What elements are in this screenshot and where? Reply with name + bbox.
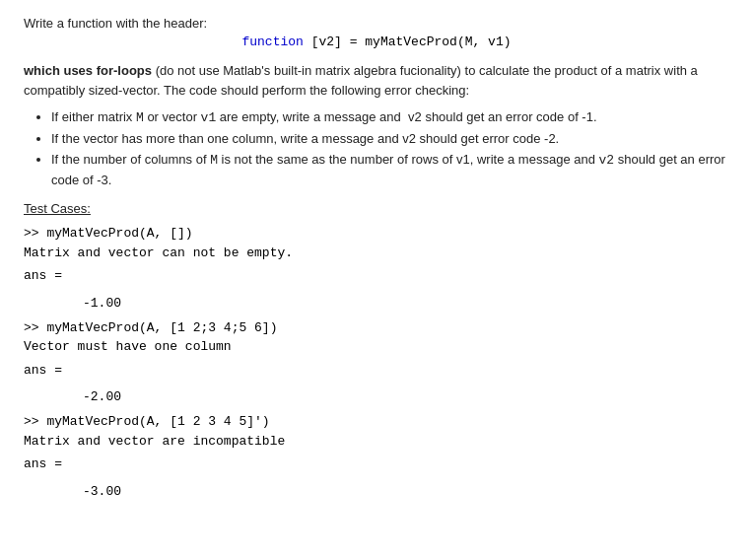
tc1-ans-value: -1.00: [24, 296, 729, 311]
page-container: Write a function with the header: functi…: [0, 0, 753, 560]
test-case-3: >> myMatVecProd(A, [1 2 3 4 5]') Matrix …: [24, 412, 729, 451]
bold-phrase: which uses for-loops: [24, 63, 152, 78]
tc3-ans-label: ans =: [24, 455, 729, 474]
tc3-ans-value: -3.00: [24, 484, 729, 499]
bullet-list: If either matrix M or vector v1 are empt…: [51, 107, 729, 191]
tc1-command: >> myMatVecProd(A, []): [24, 224, 729, 244]
tc3-output: Matrix and vector are incompatible: [24, 432, 729, 452]
tc3-command: >> myMatVecProd(A, [1 2 3 4 5]'): [24, 412, 729, 432]
tc2-ans-value: -2.00: [24, 389, 729, 404]
tc1-ans-label: ans =: [24, 266, 729, 286]
tc2-ans-label: ans =: [24, 361, 729, 381]
tc2-output: Vector must have one column: [24, 337, 729, 357]
tc2-command: >> myMatVecProd(A, [1 2;3 4;5 6]): [24, 318, 729, 338]
test-case-1: >> myMatVecProd(A, []) Matrix and vector…: [24, 224, 729, 262]
test-case-2: >> myMatVecProd(A, [1 2;3 4;5 6]) Vector…: [24, 318, 729, 357]
function-keyword: function: [241, 35, 303, 49]
tc1-output: Matrix and vector can not be empty.: [24, 244, 729, 263]
bullet-2: If the vector has more than one column, …: [51, 129, 729, 150]
description-text: which uses for-loops (do not use Matlab'…: [24, 61, 729, 100]
bullet-3: If the number of columns of M is not the…: [51, 150, 729, 192]
function-rest: [v2] = myMatVecProd(M, v1): [304, 35, 512, 49]
intro-text: Write a function with the header:: [24, 16, 729, 31]
function-signature-line: function [v2] = myMatVecProd(M, v1): [24, 35, 729, 49]
test-cases-label: Test Cases:: [24, 201, 729, 216]
bullet-1: If either matrix M or vector v1 are empt…: [51, 107, 729, 129]
